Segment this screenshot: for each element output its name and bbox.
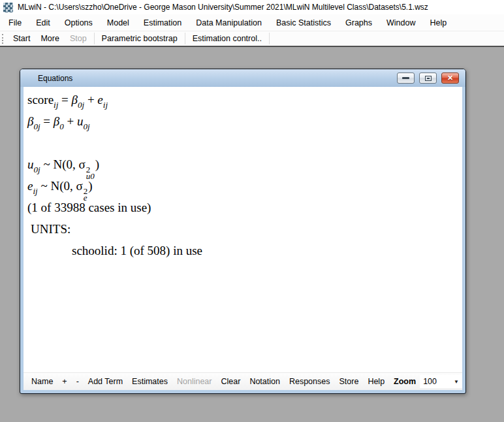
app-titlebar: MLwiN - C:\Users\szzho\OneDrive - George… [0,0,504,14]
equation-line: scoreij = β0j + eij [27,89,462,110]
app-chrome: MLwiN - C:\Users\szzho\OneDrive - George… [0,0,504,47]
menubar: FileEditOptionsModelEstimationData Manip… [0,14,504,31]
equations-toolbar-button-nonlinear: Nonlinear [172,377,217,386]
maximize-icon [425,76,432,81]
toolbar-grip-handle[interactable] [2,34,4,44]
equations-toolbar-button-add-term[interactable]: Add Term [84,377,127,386]
close-button[interactable]: ✕ [441,73,459,84]
menu-item-file[interactable]: File [1,16,29,30]
equations-window-body: scoreij = β0j + eijβ0j = β0 + u0ju0j ~ N… [24,87,462,390]
toolbar-button-more[interactable]: More [35,33,64,44]
toolbar-separator [185,33,185,44]
equations-toolbar-button-responses[interactable]: Responses [285,377,335,386]
equations-toolbar-button-[interactable]: - [72,377,84,386]
equations-toolbar: Name+-Add TermEstimatesNonlinearClearNot… [24,372,462,390]
equation-blank-line [27,132,462,154]
toolbar-button-stop: Stop [65,33,92,44]
equation-line: schoolid: 1 (of 508) in use [27,240,462,261]
equations-toolbar-button-name[interactable]: Name [27,377,57,386]
minimize-icon [402,77,409,79]
equations-toolbar-button-help[interactable]: Help [363,377,389,386]
toolbar-separator [269,33,270,44]
menu-item-window[interactable]: Window [379,16,422,30]
toolbar-button-parametric-bootstrap[interactable]: Parametric bootstrap [97,33,183,44]
menu-item-edit[interactable]: Edit [29,16,57,30]
equations-window: Equations ✕ scoreij = β0j + eijβ0j = β0 … [20,69,466,394]
window-controls: ✕ [397,73,459,84]
equations-toolbar-button-zoom[interactable]: Zoom [389,377,418,386]
equations-toolbar-button-estimates[interactable]: Estimates [127,377,172,386]
menu-item-data-manipulation[interactable]: Data Manipulation [189,16,269,30]
equations-toolbar-button-[interactable]: + [57,377,71,386]
menu-item-model[interactable]: Model [100,16,136,30]
equations-toolbar-button-notation[interactable]: Notation [245,377,285,386]
equation-line: (1 of 33988 cases in use) [27,197,462,218]
zoom-combobox[interactable]: 100▼ [420,375,462,388]
toolbar-button-start[interactable]: Start [8,33,35,44]
chevron-down-icon: ▼ [454,379,459,385]
equation-list: scoreij = β0j + eijβ0j = β0 + u0ju0j ~ N… [24,87,462,372]
menu-item-estimation[interactable]: Estimation [136,16,189,30]
equations-window-titlebar[interactable]: Equations ✕ [20,69,465,87]
equation-line: β0j = β0 + u0j [27,110,462,132]
toolbar-button-estimation-control[interactable]: Estimation control.. [187,33,267,44]
close-icon: ✕ [447,74,453,82]
equations-window-title: Equations [38,74,72,83]
main-toolbar: StartMoreStopParametric bootstrapEstimat… [0,31,504,46]
equations-toolbar-button-clear[interactable]: Clear [217,377,245,386]
menu-item-graphs[interactable]: Graphs [338,16,379,30]
toolbar-separator [94,33,95,44]
app-title: MLwiN - C:\Users\szzho\OneDrive - George… [18,3,428,12]
menu-item-basic-statistics[interactable]: Basic Statistics [269,16,338,30]
mlwin-app-icon [3,3,13,12]
menu-item-help[interactable]: Help [423,16,454,30]
minimize-button[interactable] [397,73,415,84]
maximize-button[interactable] [419,73,437,84]
zoom-value: 100 [423,377,437,386]
equation-line: UNITS: [27,218,462,240]
equations-toolbar-button-store[interactable]: Store [334,377,363,386]
menu-item-options[interactable]: Options [57,16,100,30]
equation-line: u0j ~ N(0, σ2u0) [27,154,462,175]
